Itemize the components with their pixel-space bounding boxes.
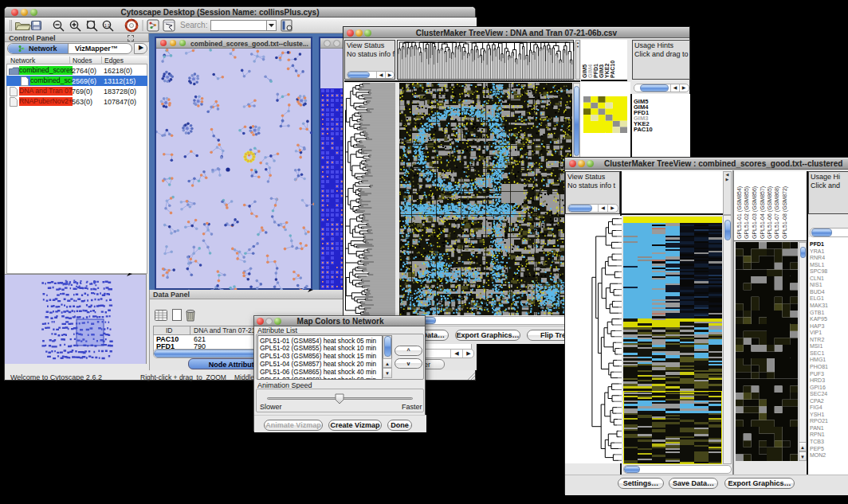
- svg-text:1:1: 1:1: [104, 23, 110, 28]
- svg-text:Search:: Search:: [180, 21, 207, 29]
